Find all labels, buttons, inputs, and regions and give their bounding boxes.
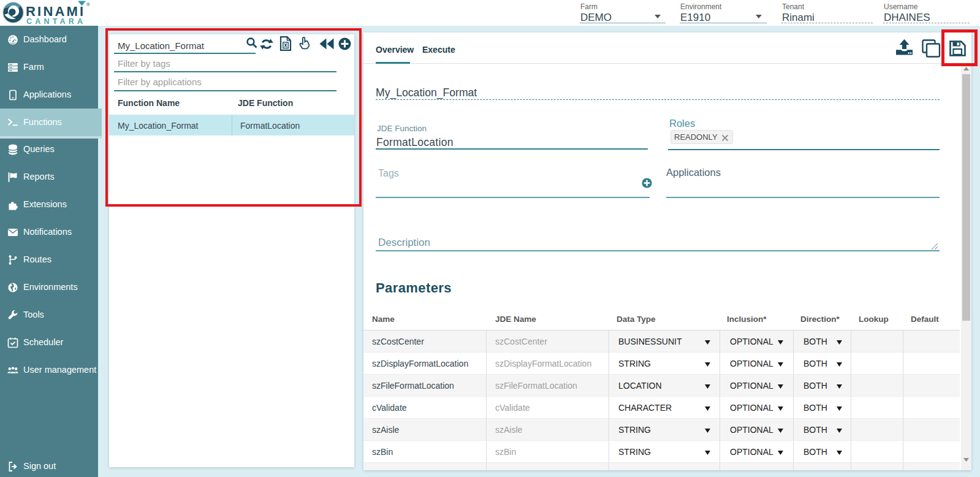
svg-text:®: ® [86, 2, 90, 7]
svg-text:CANTARA: CANTARA [26, 17, 86, 26]
